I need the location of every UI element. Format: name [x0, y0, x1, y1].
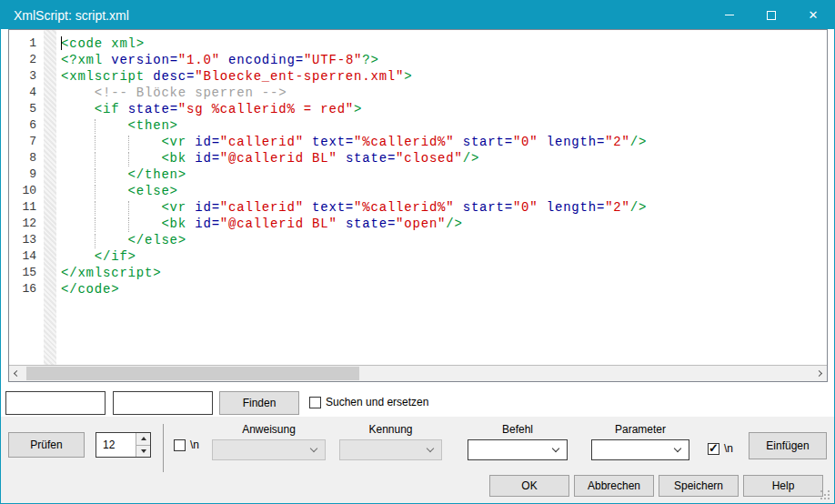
scroll-left-button[interactable]	[9, 366, 25, 381]
find-button[interactable]: Finden	[219, 391, 299, 415]
scroll-right-button[interactable]	[811, 366, 827, 381]
code-text: <else>	[61, 183, 178, 199]
code-line[interactable]: 6 <then>	[9, 117, 827, 134]
line-number: 6	[9, 117, 40, 134]
title-bar[interactable]: XmlScript: script.xml ✕	[1, 1, 834, 29]
indent-guide	[95, 217, 96, 232]
code-line[interactable]: 11 <vr id="callerid" text="%callerid%" s…	[9, 199, 827, 216]
chevron-left-icon	[14, 370, 20, 377]
line-number: 7	[9, 134, 40, 150]
search-input[interactable]	[5, 391, 106, 415]
anweisung-label: Anweisung	[212, 423, 326, 436]
chevron-down-icon	[427, 445, 434, 452]
window-title: XmlScript: script.xml	[14, 8, 129, 23]
horizontal-scrollbar[interactable]	[9, 365, 827, 381]
parameter-dropdown[interactable]	[591, 439, 689, 460]
replace-input[interactable]	[113, 391, 213, 415]
code-line[interactable]: 2<?xml version="1.0" encoding="UTF-8"?>	[9, 52, 827, 68]
code-line[interactable]: 7 <vr id="callerid" text="%callerid%" st…	[9, 134, 827, 150]
code-line[interactable]: 5 <if state="sg %callerid% = red">	[9, 101, 827, 117]
newline-right-label: \n	[724, 442, 733, 455]
code-text: <?xml version="1.0" encoding="UTF-8"?>	[61, 52, 379, 68]
window-controls: ✕	[709, 1, 834, 29]
code-text: </then>	[61, 166, 186, 183]
dialog-content: 1<code xml>2<?xml version="1.0" encoding…	[1, 29, 834, 417]
indent-guide	[95, 168, 96, 183]
befehl-dropdown[interactable]	[468, 439, 568, 460]
code-line[interactable]: 15</xmlscript>	[9, 265, 827, 281]
line-number: 8	[9, 150, 40, 166]
code-line[interactable]: 8 <bk id="@callerid BL" state="closed"/>	[9, 150, 827, 166]
code-line[interactable]: 13 </else>	[9, 232, 827, 248]
code-line[interactable]: 3<xmlscript desc="Bloecke_ent-sperren.xm…	[9, 68, 827, 85]
line-number: 16	[9, 281, 40, 297]
xml-code-editor[interactable]: 1<code xml>2<?xml version="1.0" encoding…	[8, 29, 828, 382]
spinner-down-button[interactable]	[136, 445, 150, 458]
line-number-spinner[interactable]: 12	[96, 432, 151, 458]
triangle-down-icon	[141, 449, 146, 453]
chevron-down-icon	[310, 445, 317, 452]
scrollbar-track[interactable]	[25, 366, 811, 381]
save-button[interactable]: Speichern	[659, 475, 739, 497]
chevron-right-icon	[816, 370, 822, 377]
insert-button[interactable]: Einfügen	[749, 432, 827, 459]
code-line[interactable]: 12 <bk id="@callerid BL" state="open"/>	[9, 216, 827, 232]
close-button[interactable]: ✕	[792, 1, 834, 29]
spinner-up-button[interactable]	[136, 433, 150, 445]
code-line[interactable]: 14 </if>	[9, 248, 827, 265]
indent-guide	[128, 201, 129, 216]
bottom-panel: Prüfen 12 \n Anweisung Kennung Befehl Pa…	[1, 417, 834, 503]
indent-guide	[128, 217, 129, 232]
resize-grip[interactable]	[820, 490, 830, 500]
code-text: </if>	[61, 248, 136, 265]
code-text: </else>	[61, 232, 186, 248]
maximize-button[interactable]	[750, 1, 792, 29]
line-number: 12	[9, 216, 40, 232]
code-text: <!-- Blöcke sperren -->	[61, 85, 287, 101]
search-and-replace-checkbox[interactable]	[309, 397, 321, 408]
check-button[interactable]: Prüfen	[8, 432, 85, 458]
editor-body[interactable]: 1<code xml>2<?xml version="1.0" encoding…	[9, 30, 827, 365]
line-number: 2	[9, 52, 40, 68]
code-line[interactable]: 16</code>	[9, 281, 827, 297]
maximize-icon	[767, 11, 776, 20]
newline-left-checkbox[interactable]	[174, 439, 186, 451]
kennung-label: Kennung	[339, 423, 442, 436]
chevron-down-icon	[552, 445, 559, 452]
indent-guide	[95, 136, 96, 150]
code-line[interactable]: 9 </then>	[9, 166, 827, 183]
code-line[interactable]: 1<code xml>	[9, 35, 827, 52]
editor-lines: 1<code xml>2<?xml version="1.0" encoding…	[9, 35, 827, 297]
code-text: </xmlscript>	[61, 265, 161, 281]
indent-guide	[128, 152, 129, 166]
text-caret	[61, 36, 62, 50]
indent-guide	[128, 136, 129, 150]
code-text: <vr id="callerid" text="%callerid%" star…	[61, 134, 647, 150]
anweisung-dropdown[interactable]	[212, 439, 326, 460]
code-text: <then>	[61, 117, 178, 134]
befehl-label: Befehl	[468, 423, 568, 436]
line-number: 5	[9, 101, 40, 117]
parameter-label: Parameter	[591, 423, 689, 436]
code-line[interactable]: 10 <else>	[9, 183, 827, 199]
scrollbar-thumb[interactable]	[26, 367, 359, 380]
indent-guide	[95, 152, 96, 166]
line-number: 3	[9, 68, 40, 85]
code-line[interactable]: 4 <!-- Blöcke sperren -->	[9, 85, 827, 101]
vertical-separator	[163, 424, 164, 472]
newline-right-checkbox[interactable]	[708, 443, 719, 455]
code-text: <if state="sg %callerid% = red">	[61, 101, 362, 117]
kennung-dropdown[interactable]	[339, 439, 442, 460]
help-button[interactable]: Help	[743, 475, 823, 497]
minimize-button[interactable]	[709, 1, 750, 29]
line-number: 14	[9, 248, 40, 265]
code-text: <bk id="@callerid BL" state="open"/>	[61, 216, 463, 232]
search-and-replace-label: Suchen und ersetzen	[326, 396, 428, 408]
spinner-buttons	[136, 433, 150, 457]
indent-guide	[95, 185, 96, 199]
xmlscript-dialog: XmlScript: script.xml ✕ 1<code xml>2<?xm…	[0, 0, 835, 504]
code-text: <bk id="@callerid BL" state="closed"/>	[61, 150, 479, 166]
indent-guide	[95, 234, 96, 248]
ok-button[interactable]: OK	[489, 475, 569, 497]
cancel-button[interactable]: Abbrechen	[574, 475, 654, 497]
